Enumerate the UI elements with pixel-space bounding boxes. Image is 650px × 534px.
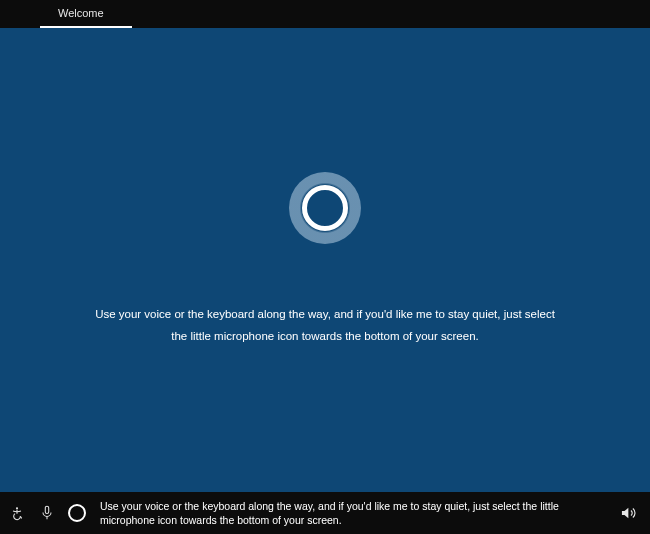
oobe-window: Welcome Use your voice or the keyboard a… <box>0 0 650 534</box>
svg-rect-1 <box>45 506 48 513</box>
svg-point-0 <box>16 507 18 509</box>
tab-strip: Welcome <box>0 0 650 28</box>
caption-text: Use your voice or the keyboard along the… <box>96 499 610 527</box>
tab-welcome[interactable]: Welcome <box>40 0 132 28</box>
cortana-ring-icon <box>289 172 361 244</box>
volume-icon[interactable] <box>618 502 640 524</box>
microphone-icon[interactable] <box>36 502 58 524</box>
tab-label: Welcome <box>58 7 104 19</box>
bottom-bar: Use your voice or the keyboard along the… <box>0 492 650 534</box>
cortana-icon[interactable] <box>66 502 88 524</box>
instruction-text: Use your voice or the keyboard along the… <box>95 304 555 348</box>
accessibility-icon[interactable] <box>6 502 28 524</box>
main-pane: Use your voice or the keyboard along the… <box>0 28 650 492</box>
